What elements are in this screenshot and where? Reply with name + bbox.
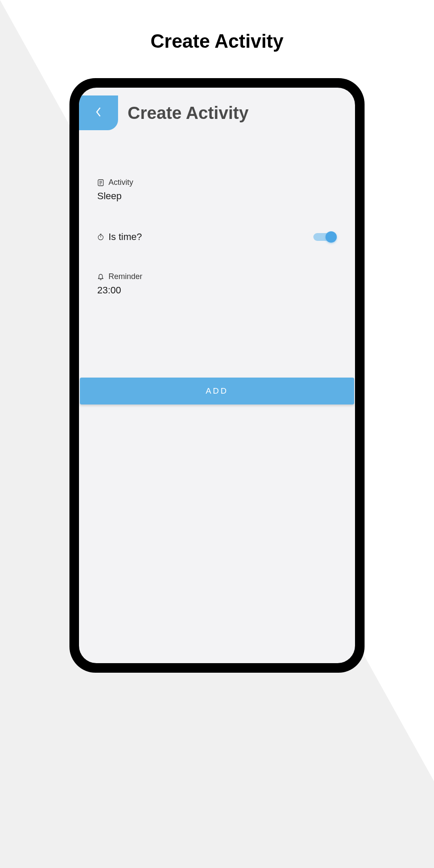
phone-screen: Create Activity Activity Sl bbox=[79, 88, 355, 663]
page-outer-title: Create Activity bbox=[0, 0, 434, 52]
is-time-row: Is time? bbox=[97, 231, 337, 243]
add-button[interactable]: ADD bbox=[80, 378, 354, 404]
svg-point-4 bbox=[98, 235, 103, 240]
activity-value: Sleep bbox=[97, 191, 337, 202]
form-content: Activity Sleep Is time? bbox=[79, 130, 355, 296]
activity-label-row: Activity bbox=[97, 178, 337, 187]
activity-field[interactable]: Activity Sleep bbox=[97, 178, 337, 202]
reminder-value: 23:00 bbox=[97, 285, 337, 296]
activity-label: Activity bbox=[108, 178, 133, 187]
phone-frame: Create Activity Activity Sl bbox=[69, 78, 365, 673]
reminder-field[interactable]: Reminder 23:00 bbox=[97, 272, 337, 296]
switch-thumb bbox=[326, 231, 337, 243]
is-time-toggle[interactable] bbox=[313, 232, 337, 242]
app-title: Create Activity bbox=[128, 103, 249, 123]
reminder-label: Reminder bbox=[108, 272, 142, 281]
chevron-left-icon bbox=[95, 107, 102, 119]
reminder-label-row: Reminder bbox=[97, 272, 337, 281]
notes-icon bbox=[97, 179, 104, 186]
app-header: Create Activity bbox=[79, 88, 355, 130]
is-time-label-row: Is time? bbox=[97, 231, 142, 243]
is-time-label: Is time? bbox=[108, 231, 142, 243]
stopwatch-icon bbox=[97, 233, 104, 240]
back-button[interactable] bbox=[79, 95, 118, 130]
bell-icon bbox=[97, 273, 104, 280]
